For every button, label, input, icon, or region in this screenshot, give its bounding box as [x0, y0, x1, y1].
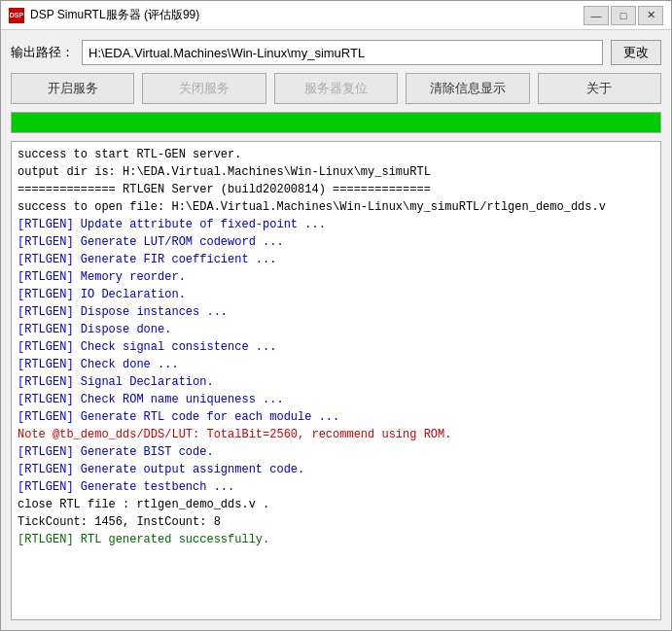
log-line: close RTL file : rtlgen_demo_dds.v .	[18, 496, 654, 513]
log-line: [RTLGEN] Generate RTL code for each modu…	[18, 408, 654, 426]
title-bar-left: DSP DSP SimuRTL服务器 (评估版99)	[9, 7, 199, 23]
log-line: ============== RTLGEN Server (build20200…	[18, 181, 654, 198]
log-line: [RTLGEN] Check signal consistence ...	[18, 338, 654, 356]
log-line: output dir is: H:\EDA.Virtual.Machines\W…	[18, 163, 654, 181]
log-line: [RTLGEN] Memory reorder.	[18, 268, 654, 286]
log-line: TickCount: 1456, InstCount: 8	[18, 513, 654, 531]
log-line: [RTLGEN] Generate BIST code.	[18, 443, 654, 461]
log-line: [RTLGEN] Update attribute of fixed-point…	[18, 216, 654, 233]
log-line: success to start RTL-GEN server.	[18, 146, 654, 163]
about-button[interactable]: 关于	[538, 73, 661, 104]
reset-server-button[interactable]: 服务器复位	[274, 73, 398, 104]
stop-service-button[interactable]: 关闭服务	[142, 73, 265, 104]
start-service-button[interactable]: 开启服务	[11, 73, 134, 104]
log-line: [RTLGEN] Dispose done.	[18, 321, 654, 338]
log-line: [RTLGEN] Generate FIR coefficient ...	[18, 251, 654, 268]
log-line: [RTLGEN] Check done ...	[18, 356, 654, 373]
app-icon: DSP	[9, 8, 24, 23]
log-line: success to open file: H:\EDA.Virtual.Mac…	[18, 198, 654, 216]
log-line: [RTLGEN] RTL generated successfully.	[18, 531, 654, 548]
log-line: [RTLGEN] IO Declaration.	[18, 286, 654, 303]
minimize-button[interactable]: —	[584, 6, 609, 25]
clear-display-button[interactable]: 清除信息显示	[406, 73, 529, 104]
title-bar: DSP DSP SimuRTL服务器 (评估版99) — □ ✕	[1, 1, 671, 30]
maximize-button[interactable]: □	[611, 6, 636, 25]
log-line: [RTLGEN] Generate LUT/ROM codeword ...	[18, 233, 654, 251]
button-row: 开启服务 关闭服务 服务器复位 清除信息显示 关于	[11, 73, 661, 104]
path-label: 输出路径：	[11, 44, 74, 61]
change-path-button[interactable]: 更改	[611, 40, 661, 65]
log-line: [RTLGEN] Signal Declaration.	[18, 373, 654, 391]
log-line: Note @tb_demo_dds/DDS/LUT: TotalBit=2560…	[18, 426, 654, 443]
log-area[interactable]: success to start RTL-GEN server.output d…	[11, 141, 661, 620]
log-line: [RTLGEN] Generate testbench ...	[18, 478, 654, 496]
progress-bar-container	[11, 112, 661, 133]
path-row: 输出路径： 更改	[11, 40, 661, 65]
log-line: [RTLGEN] Dispose instances ...	[18, 303, 654, 321]
title-controls: — □ ✕	[584, 6, 663, 25]
main-window: DSP DSP SimuRTL服务器 (评估版99) — □ ✕ 输出路径： 更…	[0, 0, 672, 631]
path-input[interactable]	[82, 40, 603, 65]
content-area: 输出路径： 更改 开启服务 关闭服务 服务器复位 清除信息显示 关于 succe…	[1, 30, 671, 630]
log-line: [RTLGEN] Check ROM name uniqueness ...	[18, 391, 654, 408]
close-button[interactable]: ✕	[638, 6, 663, 25]
log-line: [RTLGEN] Generate output assignment code…	[18, 461, 654, 478]
window-title: DSP SimuRTL服务器 (评估版99)	[30, 7, 199, 23]
progress-bar-fill	[12, 113, 660, 132]
